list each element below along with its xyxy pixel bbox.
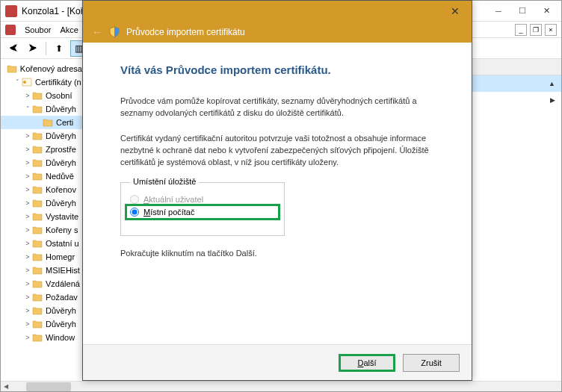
fieldset-legend: Umístění úložiště bbox=[130, 177, 199, 186]
wizard-para-2: Certifikát vydaný certifikační autoritou… bbox=[120, 133, 434, 169]
scroll-thumb[interactable] bbox=[26, 382, 71, 391]
tree-item[interactable]: >Osobní bbox=[1, 89, 82, 102]
chevron-right-icon: ▶ bbox=[550, 96, 555, 104]
tree-item[interactable]: >Důvěryh bbox=[1, 317, 82, 331]
folder-icon bbox=[43, 118, 53, 127]
up-button[interactable]: ⬆ bbox=[51, 40, 67, 57]
tree-cert-root[interactable]: ˅ Certifikáty (n bbox=[1, 75, 82, 89]
tree-item[interactable]: >Důvěryh bbox=[1, 196, 82, 210]
folder-icon bbox=[32, 212, 43, 221]
folder-icon bbox=[32, 131, 43, 140]
close-button[interactable]: ✕ bbox=[536, 4, 557, 19]
folder-icon bbox=[7, 64, 17, 73]
tree-item[interactable]: >MSIEHist bbox=[1, 264, 82, 277]
tree-item[interactable]: >Zprostře bbox=[1, 143, 82, 156]
chevron-up-icon: ▲ bbox=[549, 80, 555, 87]
folder-icon bbox=[32, 333, 43, 342]
radio-current-user-input bbox=[130, 195, 139, 204]
back-button[interactable]: ⮜ bbox=[5, 40, 22, 57]
folder-icon bbox=[32, 293, 43, 302]
store-location-fieldset: Umístění úložiště Aktuální uživatel Míst… bbox=[120, 182, 285, 236]
tree-item[interactable]: Certi bbox=[1, 116, 82, 129]
tree-item[interactable]: >Vzdálená bbox=[1, 277, 82, 290]
folder-icon bbox=[32, 279, 43, 288]
tree-item[interactable]: >Homegr bbox=[1, 250, 82, 264]
mdi-close-button[interactable]: × bbox=[545, 24, 557, 36]
horizontal-scrollbar[interactable]: ◀ bbox=[1, 381, 561, 391]
radio-local-machine-input[interactable] bbox=[130, 208, 139, 217]
forward-button[interactable]: ⮞ bbox=[25, 40, 41, 57]
tree-item[interactable]: >Kořeny s bbox=[1, 223, 82, 237]
window-controls: ─ ☐ ✕ bbox=[488, 4, 557, 19]
wizard-footer: Další Zrušit bbox=[83, 344, 472, 380]
system-menu-icon[interactable] bbox=[5, 25, 16, 35]
minimize-button[interactable]: ─ bbox=[488, 4, 509, 19]
wizard-titlebar: ✕ bbox=[83, 1, 472, 22]
back-arrow-icon: ← bbox=[92, 26, 102, 38]
folder-icon bbox=[32, 239, 43, 248]
shield-icon bbox=[108, 26, 120, 38]
tree-item[interactable]: >Požadav bbox=[1, 290, 82, 304]
folder-icon bbox=[32, 145, 43, 154]
folder-icon bbox=[32, 158, 43, 167]
menu-file[interactable]: Soubor bbox=[25, 25, 51, 34]
folder-icon bbox=[32, 105, 43, 113]
tree-panel[interactable]: Kořenový adresa ˅ Certifikáty (n >Osobní… bbox=[1, 59, 83, 381]
tree-item[interactable]: >Vystavite bbox=[1, 210, 82, 223]
next-button[interactable]: Další bbox=[339, 354, 395, 372]
radio-current-user: Aktuální uživatel bbox=[130, 195, 275, 204]
tree-item[interactable]: >Důvěryh bbox=[1, 156, 82, 169]
svg-point-1 bbox=[23, 81, 26, 84]
wizard-title: Průvodce importem certifikátu bbox=[126, 27, 245, 37]
tree-item[interactable]: >Ostatní u bbox=[1, 237, 82, 250]
wizard-body: Vítá vás Průvodce importem certifikátu. … bbox=[83, 43, 472, 344]
wizard-para-1: Průvodce vám pomůže kopírovat certifikát… bbox=[120, 96, 434, 119]
wizard-para-3: Pokračujte kliknutím na tlačítko Další. bbox=[120, 248, 434, 260]
tree-item[interactable]: >Window bbox=[1, 331, 82, 344]
tree-item[interactable]: >Kořenov bbox=[1, 183, 82, 196]
wizard-heading: Vítá vás Průvodce importem certifikátu. bbox=[120, 63, 434, 76]
tree-item[interactable]: >Důvěryh bbox=[1, 129, 82, 143]
import-wizard-dialog: ✕ ← Průvodce importem certifikátu Vítá v… bbox=[82, 0, 472, 381]
tree-item[interactable]: ˅Důvěryh bbox=[1, 102, 82, 116]
tree-root[interactable]: Kořenový adresa bbox=[1, 62, 82, 75]
mdi-restore-button[interactable]: ❐ bbox=[530, 24, 542, 36]
mdi-minimize-button[interactable]: _ bbox=[515, 24, 527, 36]
folder-icon bbox=[32, 306, 43, 315]
folder-icon bbox=[32, 91, 43, 100]
scroll-left-button[interactable]: ◀ bbox=[1, 382, 11, 391]
radio-local-machine[interactable]: Místní počítač bbox=[125, 204, 280, 220]
tree-item[interactable]: >Nedůvě bbox=[1, 169, 82, 183]
folder-icon bbox=[32, 252, 43, 261]
wizard-close-button[interactable]: ✕ bbox=[445, 4, 466, 19]
wizard-breadcrumb: ← Průvodce importem certifikátu bbox=[83, 22, 472, 43]
menu-action[interactable]: Akce bbox=[60, 25, 78, 34]
folder-icon bbox=[32, 225, 43, 234]
tree-item[interactable]: >Důvěryh bbox=[1, 304, 82, 317]
maximize-button[interactable]: ☐ bbox=[512, 4, 533, 19]
cert-icon bbox=[22, 78, 32, 87]
folder-icon bbox=[32, 320, 43, 329]
cancel-button[interactable]: Zrušit bbox=[403, 354, 460, 372]
folder-icon bbox=[32, 199, 43, 208]
app-icon bbox=[5, 5, 17, 17]
folder-icon bbox=[32, 172, 43, 181]
folder-icon bbox=[32, 266, 43, 275]
folder-icon bbox=[32, 185, 43, 194]
